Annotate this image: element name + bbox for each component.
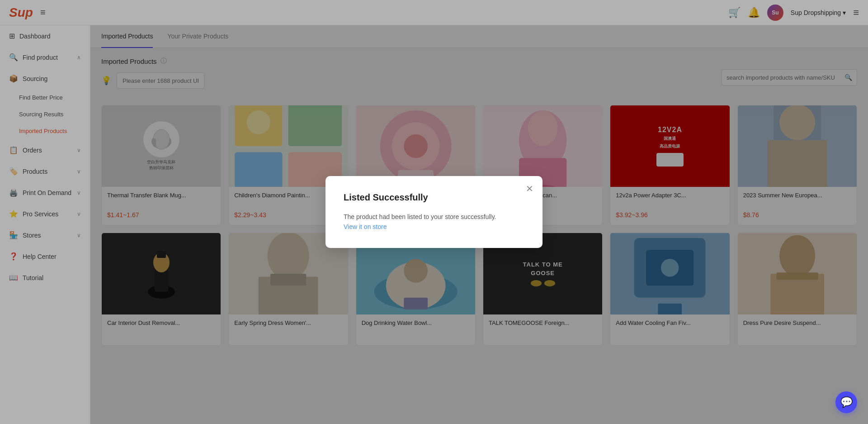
modal-title: Listed Successfully [344,192,524,203]
modal-body: The product had been listed to your stor… [344,212,524,232]
modal: ✕ Listed Successfully The product had be… [326,176,542,248]
chat-icon: 💬 [840,396,853,408]
view-on-store-link[interactable]: View it on store [344,223,387,230]
modal-body-text: The product had been listed to your stor… [344,213,496,220]
modal-overlay[interactable]: ✕ Listed Successfully The product had be… [0,0,868,424]
chat-button[interactable]: 💬 [835,391,857,413]
modal-close-button[interactable]: ✕ [526,183,533,194]
